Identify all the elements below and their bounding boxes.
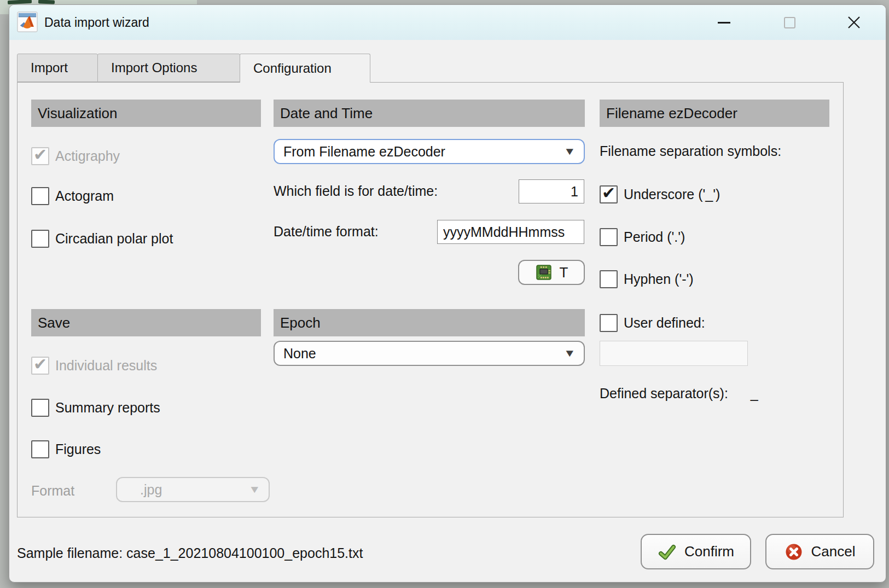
- format-label: Format: [31, 482, 74, 499]
- check-icon: ✔: [602, 185, 615, 201]
- checkbox-individual-results[interactable]: ✔ Individual results: [31, 357, 157, 375]
- minimize-icon: [718, 22, 730, 24]
- chevron-down-icon: ▼: [248, 484, 261, 496]
- green-check-icon: [658, 543, 676, 561]
- configuration-tab-panel: Visualization ✔ Actigraphy Actogram Circ…: [17, 82, 844, 517]
- matlab-app-icon: [17, 11, 38, 32]
- checkbox-box: ✔: [31, 147, 49, 165]
- check-icon: ✔: [33, 356, 47, 372]
- checkbox-box: [31, 399, 49, 417]
- defined-separator-row: Defined separator(s): _: [600, 385, 758, 401]
- epoch-value: None: [283, 346, 316, 362]
- checkbox-hyphen[interactable]: Hyphen ('-'): [600, 270, 694, 288]
- epoch-dropdown[interactable]: None ▼: [274, 341, 585, 366]
- checkbox-figures[interactable]: Figures: [31, 440, 101, 458]
- chevron-down-icon: ▼: [563, 347, 576, 359]
- minimize-button[interactable]: [711, 9, 737, 36]
- checkbox-circadian-polar-plot[interactable]: Circadian polar plot: [31, 230, 173, 248]
- red-x-icon: [785, 543, 803, 561]
- figure-format-dropdown: .jpg ▼: [116, 477, 270, 502]
- section-header-save: Save: [31, 309, 261, 336]
- cancel-button[interactable]: Cancel: [765, 534, 874, 569]
- checkbox-box: ✔: [600, 185, 618, 203]
- maximize-button[interactable]: [776, 9, 803, 36]
- datetime-field-input[interactable]: [519, 179, 584, 203]
- section-header-filename-ezdecoder: Filename ezDecoder: [600, 100, 829, 127]
- datetime-source-dropdown[interactable]: From Filename ezDecoder ▼: [274, 139, 585, 164]
- user-defined-separator-input[interactable]: [600, 341, 748, 366]
- checkbox-box: [31, 440, 49, 458]
- cancel-label: Cancel: [811, 543, 856, 560]
- datetime-format-input[interactable]: [437, 220, 584, 244]
- checkbox-actigraphy[interactable]: ✔ Actigraphy: [31, 147, 120, 165]
- separation-symbols-label: Filename separation symbols:: [600, 143, 781, 159]
- checkbox-box: ✔: [31, 357, 49, 375]
- chevron-down-icon: ▼: [563, 145, 576, 158]
- confirm-button[interactable]: Confirm: [641, 534, 751, 569]
- defined-separator-label: Defined separator(s):: [600, 386, 728, 401]
- data-import-wizard-dialog: Data import wizard Visualization ✔ Actig…: [9, 4, 886, 583]
- section-header-visualization: Visualization: [31, 100, 261, 127]
- checkbox-summary-reports[interactable]: Summary reports: [31, 399, 160, 417]
- tab-import[interactable]: Import: [17, 54, 98, 82]
- figure-format-value: .jpg: [126, 482, 162, 498]
- window-title: Data import wizard: [44, 5, 149, 40]
- defined-separator-value: _: [751, 385, 758, 401]
- tab-import-options[interactable]: Import Options: [97, 54, 240, 82]
- checkbox-box: [600, 270, 618, 288]
- t-button-label: T: [560, 264, 568, 281]
- checkbox-period[interactable]: Period ('.'): [600, 228, 685, 246]
- confirm-label: Confirm: [684, 543, 734, 560]
- datetime-format-label: Date/time format:: [274, 223, 379, 240]
- section-header-date-time: Date and Time: [274, 100, 585, 127]
- checkbox-box: [600, 314, 618, 332]
- close-icon: [847, 15, 861, 30]
- checkbox-box: [600, 228, 618, 246]
- datetime-field-label: Which field is for date/time:: [274, 183, 438, 199]
- section-header-epoch: Epoch: [274, 309, 585, 336]
- check-icon: ✔: [33, 147, 47, 163]
- datetime-source-value: From Filename ezDecoder: [283, 144, 445, 160]
- checkbox-underscore[interactable]: ✔ Underscore ('_'): [600, 185, 720, 203]
- sample-filename-label: Sample filename: case_1_20210804100100_e…: [17, 545, 363, 561]
- chip-icon: [535, 264, 553, 281]
- checkbox-actogram[interactable]: Actogram: [31, 187, 114, 205]
- checkbox-box: [31, 230, 49, 248]
- titlebar: Data import wizard: [9, 5, 886, 40]
- tab-configuration[interactable]: Configuration: [240, 54, 370, 83]
- maximize-icon: [784, 17, 795, 28]
- checkbox-user-defined[interactable]: User defined:: [600, 314, 705, 332]
- close-button[interactable]: [841, 9, 867, 36]
- datetime-format-helper-button[interactable]: T: [518, 260, 585, 285]
- checkbox-box: [31, 187, 49, 205]
